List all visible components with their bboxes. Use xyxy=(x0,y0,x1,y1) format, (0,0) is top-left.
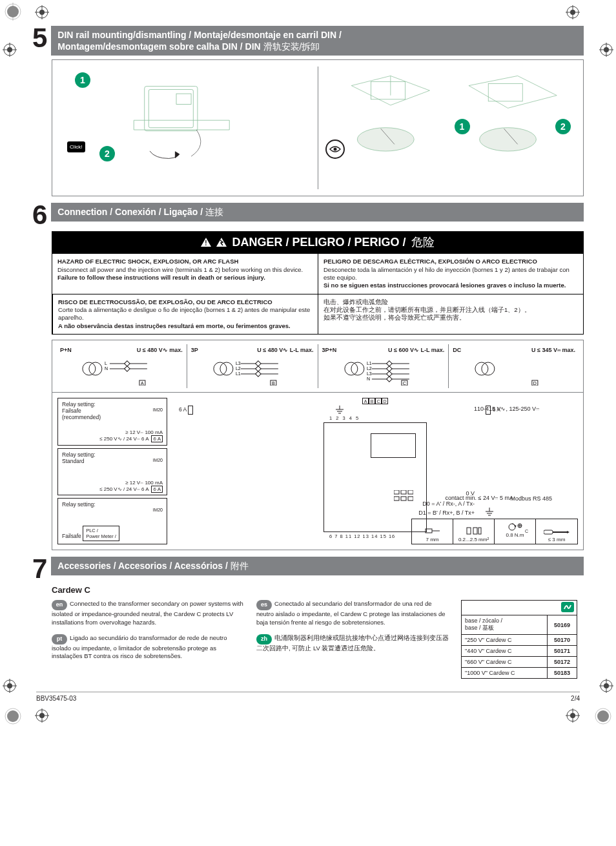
terminals-top: 1 2 3 4 5 xyxy=(329,415,360,421)
svg-text:L2: L2 xyxy=(366,366,371,371)
section-number: 5 xyxy=(32,26,47,50)
lang-badge-pt: pt xyxy=(52,634,67,645)
danger-grid: HAZARD OF ELECTRIC SHOCK, EXPLOSION, OR … xyxy=(52,253,584,335)
svg-point-2 xyxy=(7,6,19,17)
acc-zh: 电涌限制器利用绝缘或阻抗接地中心点通过网络连接到变压器二次回路中, 可防止 LV… xyxy=(256,634,449,652)
acc-name: base / zócalo / base / 基板 xyxy=(462,615,548,635)
svg-text:N: N xyxy=(105,366,108,371)
acc-ref: 50171 xyxy=(548,646,577,657)
zero-v-label: 0 V xyxy=(466,490,475,497)
svg-point-46 xyxy=(479,128,536,151)
svg-rect-99 xyxy=(401,490,406,494)
table-row: "660 V" Cardew C50172 xyxy=(462,657,577,668)
table-row: base / zócalo / base / 基板50169 xyxy=(462,615,577,635)
printer-mark-register xyxy=(35,5,49,19)
relay-sub: Failsafe xyxy=(62,408,81,414)
d1-label: D1 = B' / Rx+, B / Tx+ xyxy=(418,510,475,516)
danger-en-body: Disconnect all power and the injection w… xyxy=(57,266,303,273)
svg-point-45 xyxy=(357,128,414,151)
relay-spec: ≤ 250 V∿ / 24 V⎓ 6 A xyxy=(99,486,149,492)
tool-value: ≤ 3 mm xyxy=(548,537,566,542)
danger-es-head: PELIGRO DE DESCARGA ELÉCTRICA, EXPLOSIÓN… xyxy=(323,258,537,265)
danger-es-body: Desconecte toda la alimentación y el hil… xyxy=(323,266,570,281)
wiring-col: 3P+NU ≤ 600 V∿ L-L max. L1L2L3N C xyxy=(318,344,449,388)
plc-label: PLC / Power Meter / xyxy=(83,526,119,541)
earth-icon xyxy=(335,406,344,415)
sq-label: D xyxy=(382,398,388,404)
danger-en-foot: Failure to follow these instructions wil… xyxy=(57,274,265,281)
svg-point-30 xyxy=(597,710,609,722)
printer-mark-register xyxy=(599,43,613,57)
svg-text:L1: L1 xyxy=(236,371,241,376)
svg-rect-111 xyxy=(473,528,477,534)
svg-text:D: D xyxy=(533,381,537,386)
eye-icon xyxy=(325,139,345,159)
svg-text:B: B xyxy=(272,381,275,386)
danger-cell-en: HAZARD OF ELECTRIC SHOCK, EXPLOSION, OR … xyxy=(52,254,318,293)
accessory-row: enConnected to the transformer secondary… xyxy=(52,600,584,679)
svg-rect-103 xyxy=(408,497,413,500)
danger-cell-es: PELIGRO DE DESCARGA ELÉCTRICA, EXPLOSIÓN… xyxy=(318,254,583,293)
click-badge: Click! xyxy=(67,141,85,152)
tool-strip-wrapper: 7 mm 0.2...2.5 mm² 0.8 N.m C ≤ 3 mm xyxy=(411,519,578,544)
svg-rect-43 xyxy=(371,82,405,99)
accessory-col-mid: esConectado al secundario del transforma… xyxy=(256,600,451,679)
page-number: 2/4 xyxy=(571,695,580,702)
svg-rect-84 xyxy=(386,371,391,377)
svg-rect-78 xyxy=(386,361,391,366)
wiring-rating: U ≤ 480 V∿ L-L max. xyxy=(257,347,313,353)
danger-bar: ! DANGER / PELIGRO / PERIGO / 危险 xyxy=(52,231,584,253)
title-text: Connection / Conexión / Ligação / xyxy=(57,207,205,217)
relay-im20: IM20 xyxy=(152,508,163,513)
screwdriver-icon xyxy=(544,528,570,537)
printer-mark-register xyxy=(566,708,580,723)
wire-strip-icon xyxy=(424,525,441,537)
svg-rect-87 xyxy=(386,377,391,382)
wiring-rating: U ≤ 600 V∿ L-L max. xyxy=(388,347,444,353)
printer-mark-register xyxy=(35,708,49,723)
tool-screwdriver: ≤ 3 mm xyxy=(536,519,577,544)
accessory-table: base / zócalo / base / 基板50169"250 V" Ca… xyxy=(461,600,577,679)
schneider-logo-icon xyxy=(561,602,574,612)
contact-label: contact min. ≤ 24 V⎓ 5 mA xyxy=(446,495,513,501)
svg-text:!: ! xyxy=(205,240,207,247)
printer-mark-corner xyxy=(4,3,22,21)
svg-rect-40 xyxy=(149,90,193,128)
relay-box-failsafe-rec: Relay setting: Failsafe IM20 (recommende… xyxy=(57,398,167,446)
fuse-6a-label: 6 A xyxy=(151,486,163,493)
torque-icon xyxy=(507,521,524,532)
danger-pt-head: RISCO DE ELECTROCUSSÃO, DE EXPLOSÃO, OU … xyxy=(58,298,272,305)
svg-text:L2: L2 xyxy=(236,366,241,371)
danger-title: DANGER / PELIGRO / PERIGO / xyxy=(232,236,406,249)
svg-point-47 xyxy=(333,148,336,151)
svg-rect-68 xyxy=(255,366,260,371)
mount-illustration-left: 1 Click! 2 xyxy=(59,67,305,163)
relay-title: Relay setting: xyxy=(62,501,96,508)
section-title: Accessories / Accesorios / Acessórios / … xyxy=(51,557,584,575)
lang-badge-es: es xyxy=(256,600,272,610)
doc-id: BBV35475-03 xyxy=(36,695,76,702)
acc-ref: 50183 xyxy=(548,668,577,679)
mount-illustration-row: 1 Click! 2 xyxy=(52,59,584,196)
svg-rect-58 xyxy=(125,366,130,371)
supply-label: 110-415 V∿, 125-250 V⎓ xyxy=(474,406,539,412)
svg-marker-42 xyxy=(175,152,180,158)
danger-cell-zh: 电击、爆炸或电弧危险 在对此设备工作之前，请切断所有电源，并且断开注入线（端子1… xyxy=(318,294,583,334)
printer-mark-register xyxy=(599,679,613,693)
c-label: C xyxy=(525,529,528,533)
section-title: DIN rail mounting/dismantling / Montaje/… xyxy=(51,26,584,56)
svg-text:A: A xyxy=(141,381,144,386)
title-line2: Montagem/desmontagem sobre calha DIN / D… xyxy=(57,41,263,52)
svg-rect-81 xyxy=(386,366,391,371)
d0-label: D0 = A' / Rx-, A / Tx- xyxy=(422,500,475,507)
relay-title: Relay setting: xyxy=(62,401,96,408)
wiring-rating: U ≤ 345 V⎓ max. xyxy=(531,347,575,353)
danger-pt-body: Corte toda a alimentação e desligue o fi… xyxy=(58,306,310,321)
danger-cell-pt: RISCO DE ELECTROCUSSÃO, DE EXPLOSÃO, OU … xyxy=(52,294,318,334)
sq-label: A xyxy=(362,398,369,404)
step-badge-1: 1 xyxy=(455,119,470,134)
acc-es: Conectado al secundario del transformado… xyxy=(256,600,446,625)
lang-badge-zh: zh xyxy=(256,634,272,645)
svg-rect-108 xyxy=(426,529,432,533)
relay-im20: IM20 xyxy=(152,408,163,413)
